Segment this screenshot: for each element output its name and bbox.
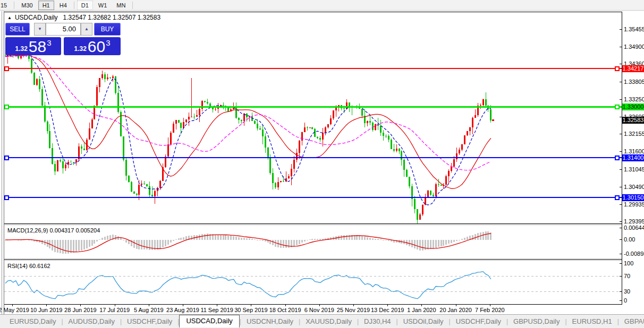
rsi-axis-tick [620, 291, 622, 292]
price-axis-tick-label: 1.35455 [624, 26, 644, 32]
price-axis-tick-label: 1.30490 [624, 184, 644, 190]
sell-price-base: 1.32 [15, 45, 27, 53]
macd-axis-label: 0.006448 [624, 225, 644, 231]
sell-price-pips: 58 [29, 39, 46, 54]
rsi-axis-label: 100 [624, 260, 633, 266]
sell-button[interactable]: SELL [5, 23, 30, 36]
hline-price-badge: 1.33000 [622, 103, 644, 110]
period-button-d1[interactable]: D1 [77, 1, 93, 10]
price-axis-tick-label: 1.31600 [624, 148, 644, 154]
price-axis-tick [620, 134, 622, 134]
chart-title: ▲ USDCAD,Daily 1.32547 1.32682 1.32507 1… [7, 14, 160, 21]
price-axis-tick [620, 82, 622, 82]
window-left-border [2, 11, 2, 314]
buy-price-pips: 60 [88, 39, 105, 54]
chart-tab-usdchf-daily[interactable]: USDCHF,Daily [122, 316, 177, 327]
chart-tab-eurusd-daily[interactable]: EURUSD,Daily [4, 316, 61, 327]
mt4-terminal: 15M30H1H4D1W1MN ▲ USDCAD,Daily 1.32547 1… [0, 0, 644, 328]
date-axis-tick [149, 304, 149, 306]
period-toolbar: 15M30H1H4D1W1MN [0, 0, 644, 11]
current-price-badge: 1.32583 [622, 117, 644, 124]
rsi-axis-label: 0 [624, 297, 627, 304]
price-axis-tick-label: 1.32695 [624, 114, 644, 120]
chart-tab-usdcnh-daily[interactable]: USDCNH,Daily [241, 316, 299, 327]
date-axis-tick [319, 304, 320, 306]
macd-axis-tick [620, 239, 622, 240]
spin-up-icon: ▲ [84, 27, 89, 31]
price-axis-tick [620, 221, 622, 222]
price-axis-tick [620, 99, 622, 100]
toolbar-separator [74, 2, 74, 9]
period-button-w1[interactable]: W1 [94, 1, 112, 10]
date-axis-label: 25 Nov 2019 [335, 307, 372, 313]
chart-symbol-period: USDCAD,Daily [15, 14, 58, 21]
toolbar-separator [14, 2, 14, 9]
period-button-h4[interactable]: H4 [55, 1, 71, 10]
price-axis-tick-label: 1.33805 [624, 79, 644, 85]
chart-tab-dj30-h4[interactable]: DJ30,H4 [359, 316, 396, 327]
one-click-trading-panel: SELL ▼ 5.00 ▲ BUY 1.32 58 3 1.32 60 3 [5, 23, 121, 67]
period-button-15[interactable]: 15 [0, 1, 11, 10]
period-button-m30[interactable]: M30 [17, 1, 37, 10]
period-button-mn[interactable]: MN [112, 1, 130, 10]
price-axis-tick [620, 47, 622, 47]
rsi-label: RSI(14) 60.6162 [7, 263, 50, 269]
macd-axis-tick [620, 254, 622, 254]
window-left-border-inner [4, 11, 4, 314]
date-axis-label: 5 Aug 2019 [130, 307, 167, 313]
lot-decrease-button[interactable]: ▼ [34, 23, 46, 36]
chart-tab-xauusd-daily[interactable]: XAUUSD,Daily [300, 316, 357, 327]
collapse-triangle-icon[interactable]: ▲ [7, 15, 12, 20]
chart-tab-eurusd-h1[interactable]: EURUSD,H1 [567, 316, 617, 327]
chart-tab-audusd-daily[interactable]: AUDUSD,Daily [63, 316, 120, 327]
chart-tab-usdoil-daily[interactable]: USDOil,Daily [398, 316, 449, 327]
date-axis-tick [115, 304, 115, 306]
chart-tab-gbpusd-daily[interactable]: GBPUSD,Daily [508, 316, 565, 327]
buy-button[interactable]: BUY [94, 23, 121, 36]
date-axis-label: 28 Jun 2019 [62, 307, 99, 313]
macd-axis-tick [620, 228, 622, 228]
date-axis-label: 18 Oct 2019 [267, 307, 304, 313]
toolbar-separator [132, 2, 133, 9]
sell-price-panel[interactable]: 1.32 58 3 [5, 37, 61, 55]
hline-price-badge: 1.34217 [622, 65, 644, 72]
date-axis-label: 30 Sep 2019 [232, 307, 269, 313]
date-axis-tick [421, 304, 422, 306]
chart-tab-bar: EURUSD,Daily|AUDUSD,Daily|USDCHF,Daily|U… [0, 314, 644, 328]
hline-price-badge: 1.30150 [622, 194, 644, 201]
macd-label: MACD(12,26,9) 0.004317 0.005204 [7, 227, 100, 234]
date-axis-label: 6 Nov 2019 [301, 307, 338, 313]
date-axis-label: 1 Jan 2020 [403, 307, 440, 313]
date-axis-label: 7 Feb 2020 [471, 307, 509, 313]
chart-tab-usdchf-daily[interactable]: USDCHF,Daily [451, 316, 506, 327]
date-axis-label: 22 May 2019 [0, 307, 31, 313]
date-axis-tick [46, 304, 47, 306]
chart-tab-usdcad-daily[interactable]: USDCAD,Daily [179, 315, 239, 327]
chart-window: ▲ USDCAD,Daily 1.32547 1.32682 1.32507 1… [0, 11, 644, 314]
sell-price-fraction: 3 [47, 38, 51, 47]
price-axis-tick-label: 1.34360 [624, 61, 644, 67]
price-axis-tick-label: 1.32155 [624, 131, 644, 137]
date-axis-tick [217, 304, 217, 306]
price-axis-tick [620, 117, 622, 117]
price-axis-tick [620, 169, 622, 170]
date-axis-tick [251, 304, 251, 306]
date-axis-label: 17 Jul 2019 [96, 307, 133, 313]
date-axis-label: 10 Jun 2019 [28, 307, 65, 313]
macd-axis-label: -0.008982 [624, 251, 644, 257]
lot-size-input[interactable]: 5.00 [46, 23, 81, 36]
spin-down-icon: ▼ [38, 27, 42, 31]
date-axis-label: 11 Sep 2019 [198, 307, 235, 313]
lot-increase-button[interactable]: ▲ [81, 23, 92, 36]
rsi-axis-label: 30 [624, 288, 630, 295]
price-axis-tick-label: 1.29935 [624, 201, 644, 208]
price-axis-tick [620, 204, 622, 205]
chart-tab-gbpaud-h1[interactable]: GBPAUD,H1 [619, 316, 644, 327]
period-button-h1[interactable]: H1 [38, 1, 54, 10]
date-axis-tick [285, 304, 286, 306]
buy-price-panel[interactable]: 1.32 60 3 [64, 37, 121, 55]
price-axis-tick [620, 151, 622, 152]
price-axis-tick-label: 1.29395 [624, 218, 644, 225]
date-axis-tick [456, 304, 456, 306]
price-axis-tick-label: 1.34900 [624, 44, 644, 50]
